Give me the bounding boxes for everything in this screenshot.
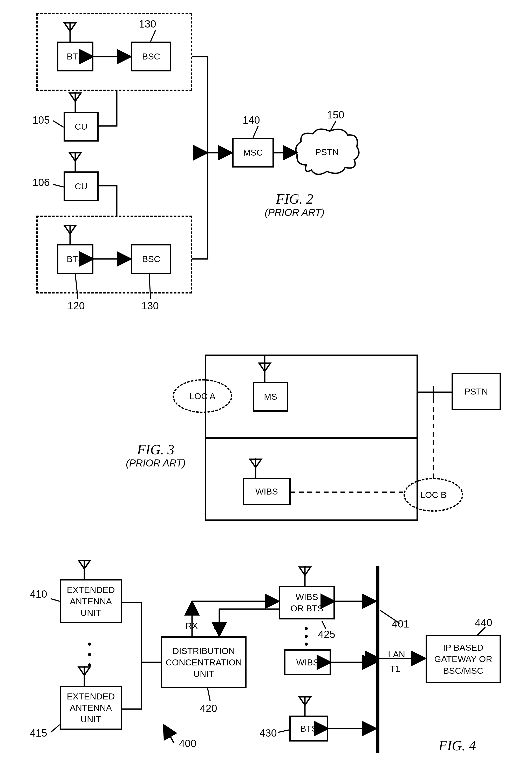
bts-box-bot: BTS [57, 244, 93, 274]
fig3-divider [205, 438, 418, 439]
dcu-label: DISTRIBUTION CONCENTRATION UNIT [166, 645, 242, 680]
lan-bar [376, 566, 380, 753]
lan-label: LAN [388, 649, 405, 659]
t1-label: T1 [390, 664, 400, 674]
loc-a-ellipse: LOC A [173, 379, 232, 413]
loc-b-label: LOC B [420, 490, 447, 500]
ref-400: 400 [179, 738, 196, 749]
gateway-label: IP BASED GATEWAY OR BSC/MSC [434, 642, 492, 676]
bts-top-label: BTS [67, 51, 84, 61]
ref-440: 440 [475, 617, 492, 628]
ref-425: 425 [318, 628, 335, 640]
pstn-box-fig3: PSTN [451, 373, 501, 410]
fig3-caption-text: FIG. 3 [137, 442, 174, 457]
rx-label: RX [185, 621, 198, 631]
pstn-label-fig3: PSTN [464, 386, 488, 397]
ref-410: 410 [30, 588, 47, 600]
fig4-caption: FIG. 4 [439, 738, 476, 754]
fig2-subcaption: (PRIOR ART) [265, 207, 324, 218]
ref-430: 430 [260, 727, 277, 739]
ref-106: 106 [33, 177, 50, 188]
svg-point-20 [305, 635, 308, 638]
svg-point-21 [305, 643, 308, 646]
loc-b-ellipse: LOC B [404, 478, 463, 512]
ref-415: 415 [30, 727, 47, 739]
ms-box: MS [253, 382, 288, 412]
eau-top: EXTENDED ANTENNA UNIT [60, 579, 122, 623]
ref-150: 150 [327, 109, 344, 121]
pstn-cloud: PSTN [293, 126, 361, 178]
wibs-label-fig4: WIBS [296, 657, 319, 667]
bsc-box-bot: BSC [131, 244, 171, 274]
msc-box: MSC [232, 138, 274, 167]
eau-bot: EXTENDED ANTENNA UNIT [60, 686, 122, 730]
wibs-label-fig3: WIBS [255, 487, 278, 497]
ref-140: 140 [242, 114, 260, 126]
bts-box-top: BTS [57, 42, 93, 72]
cu-box-top: CU [63, 112, 99, 141]
ref-130-top: 130 [139, 18, 156, 30]
svg-point-19 [305, 627, 308, 630]
bsc-box-top: BSC [131, 42, 171, 72]
wibs-bts-box: WIBS OR BTS [279, 586, 335, 619]
svg-point-12 [88, 643, 91, 646]
bts-bot-label: BTS [67, 254, 84, 264]
wibs-box-fig3: WIBS [242, 478, 291, 505]
wibs-bts-label: WIBS OR BTS [291, 591, 323, 614]
ref-130-bot: 130 [141, 300, 159, 312]
fig3-caption: FIG. 3 (PRIOR ART) [126, 442, 185, 469]
cu-bot-label: CU [75, 181, 87, 192]
fig2-caption-text: FIG. 2 [276, 191, 313, 207]
wibs-box-fig4: WIBS [284, 649, 331, 675]
gateway-box: IP BASED GATEWAY OR BSC/MSC [426, 635, 501, 683]
msc-label: MSC [243, 148, 263, 158]
eau-top-label: EXTENDED ANTENNA UNIT [67, 584, 115, 619]
svg-line-26 [164, 725, 174, 743]
bsc-top-label: BSC [142, 51, 161, 61]
loc-a-label: LOC A [189, 391, 215, 401]
fig4-caption-text: FIG. 4 [439, 738, 476, 753]
tx-label: TX [212, 621, 223, 631]
ref-420: 420 [200, 703, 217, 714]
svg-point-13 [88, 653, 91, 656]
bts-label-fig4: BTS [300, 724, 317, 734]
ms-label: MS [264, 392, 277, 402]
fig3-subcaption: (PRIOR ART) [126, 458, 185, 469]
cu-box-bot: CU [63, 171, 99, 201]
pstn-label: PSTN [293, 126, 361, 178]
fig2-caption: FIG. 2 (PRIOR ART) [265, 191, 324, 218]
ref-120: 120 [68, 300, 85, 312]
ref-401: 401 [392, 618, 409, 630]
dcu-box: DISTRIBUTION CONCENTRATION UNIT [161, 636, 247, 688]
bts-box-fig4: BTS [290, 715, 328, 742]
cu-top-label: CU [75, 122, 87, 132]
eau-bot-label: EXTENDED ANTENNA UNIT [67, 691, 115, 725]
svg-point-14 [88, 663, 91, 666]
bsc-bot-label: BSC [142, 254, 161, 264]
ref-105: 105 [33, 114, 50, 126]
